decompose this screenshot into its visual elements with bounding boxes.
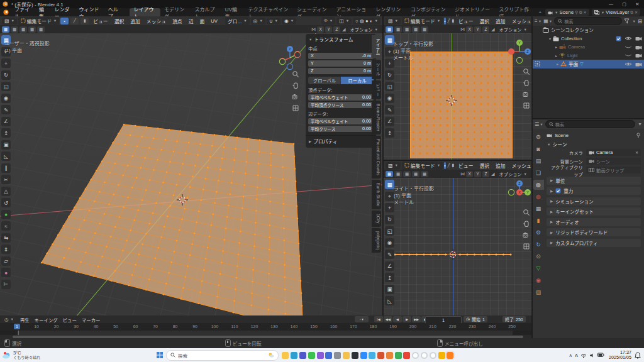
face-select-button[interactable]: ▮ — [80, 18, 89, 25]
viewport-menu-3[interactable]: メッシュ — [144, 18, 169, 25]
viewport-menu-1[interactable]: 選択 — [112, 18, 127, 25]
tool-annotate[interactable]: ✎ — [1, 105, 11, 114]
display-mode-icon[interactable]: ≡▼ — [535, 18, 541, 24]
eye-icon[interactable] — [625, 62, 632, 67]
frame-end-field[interactable]: 終了 250 — [502, 316, 526, 322]
camera-icon[interactable] — [635, 53, 642, 58]
workspace-tab-5[interactable]: シェーディング — [293, 8, 333, 16]
remove-viewlayer-icon[interactable]: ✕ — [635, 10, 638, 14]
tool-scale[interactable]: ◱ — [385, 82, 394, 91]
section-4[interactable]: ▶オーディオ — [547, 218, 641, 226]
disclosure-icon[interactable]: ▸ — [555, 45, 557, 49]
properties-tab-collection[interactable]: ▦ — [533, 204, 544, 214]
battery-icon[interactable] — [597, 353, 604, 358]
navigation-gizmo[interactable]: YZ — [507, 38, 531, 65]
camera-icon[interactable] — [635, 45, 642, 50]
tool-move[interactable]: + — [1, 58, 11, 68]
vertex-select-button[interactable]: ▪ — [444, 162, 445, 169]
workspace-tab-10[interactable]: スクリプト作成 — [495, 8, 535, 16]
tool-measure[interactable]: ∠ — [1, 117, 11, 126]
taskbar-icon-stocks[interactable] — [395, 352, 402, 359]
mode-selector[interactable]: 編集モード▼ — [402, 162, 443, 170]
playback-jump-start-button[interactable]: |◀ — [374, 316, 383, 322]
disclosure-icon[interactable]: ▸ — [557, 62, 558, 66]
taskbar-icon-profile-2[interactable] — [421, 352, 428, 359]
minimize-button[interactable]: — — [604, 0, 618, 8]
snap-target-icon[interactable]: ◢ — [342, 26, 346, 32]
median-x-field[interactable]: X-0 m — [308, 53, 374, 60]
new-viewlayer-icon[interactable]: ⧉ — [630, 10, 633, 15]
navigation-gizmo[interactable]: ZYX — [277, 44, 303, 72]
camera-icon[interactable] — [635, 36, 642, 41]
workspace-tab-8[interactable]: コンポジティング — [407, 8, 451, 16]
properties-tab-object[interactable]: ▮ — [533, 216, 544, 226]
viewport-menu-1[interactable]: 選択 — [477, 18, 492, 25]
taskbar-icon-profile-3[interactable] — [430, 352, 436, 359]
viewport-menu-2[interactable]: 追加 — [493, 162, 508, 169]
workspace-tab-4[interactable]: テクスチャペイント — [245, 8, 293, 16]
tool-rotate[interactable]: ↻ — [385, 70, 394, 80]
select-mode-extend[interactable]: ▦ — [394, 171, 402, 177]
checkbox-icon[interactable] — [616, 36, 621, 41]
editor-type-icon[interactable]: ▧▼ — [2, 18, 17, 25]
taskbar-icon-skype[interactable] — [369, 352, 375, 359]
properties-tab-physics[interactable]: ↻ — [533, 239, 544, 250]
workspace-tab-0[interactable]: レイアウト — [130, 8, 160, 16]
mode-selector[interactable]: 編集モード▼ — [402, 17, 443, 25]
viewport-menu-0[interactable]: ビュー — [91, 18, 110, 25]
vertex-data-field-0[interactable]: 平均ベベルウェイト0.00 — [308, 94, 374, 101]
outliner-row-3[interactable]: ▸Light — [533, 52, 644, 60]
playhead-frame-badge[interactable]: 1 — [14, 324, 20, 329]
face-select-button[interactable]: ▮ — [452, 162, 455, 169]
properties-tab-scene[interactable]: ◍ — [533, 180, 544, 190]
tool-options-dropdown[interactable]: オプション▼ — [497, 26, 530, 33]
camera-view-icon[interactable] — [523, 231, 530, 239]
viewport-menu-1[interactable]: 選択 — [477, 162, 492, 169]
timeline-menu-3[interactable]: マーカー — [79, 316, 103, 323]
taskbar-icon-chrome-profile[interactable] — [438, 352, 445, 359]
viewport-menu-2[interactable]: 追加 — [128, 18, 143, 25]
select-mode-invert[interactable]: ▦ — [412, 26, 419, 33]
n-panel-tab-4[interactable]: Procedural Crowds — [372, 136, 381, 178]
tool-smooth[interactable]: ≈ — [1, 221, 11, 231]
tool-shrink-flatten[interactable]: ⇕ — [1, 244, 11, 254]
mirror-x-toggle[interactable]: X — [317, 26, 324, 33]
transform-panel-header[interactable]: ▼ トランスフォーム — [308, 36, 374, 43]
select-mode-new[interactable]: ▦ — [386, 26, 393, 33]
tool-inset[interactable]: ▣ — [1, 140, 11, 150]
mirror-y-toggle[interactable]: Y — [325, 26, 332, 33]
tool-transform[interactable]: ◉ — [385, 94, 394, 103]
zoom-icon[interactable] — [292, 70, 299, 78]
select-mode-extend[interactable]: ▦ — [11, 26, 18, 33]
taskbar-search[interactable]: 検索 — [166, 350, 279, 361]
scene-panel-header[interactable]: ▼ シーン — [547, 141, 641, 148]
edge-select-button[interactable]: ╱ — [448, 162, 450, 169]
shading-mode-buttons[interactable]: ○ ◍ ● ◐▼ — [353, 18, 380, 25]
pivot-point-selector[interactable]: ◎▼ — [251, 18, 265, 25]
tool-annotate[interactable]: ✎ — [385, 105, 394, 114]
viewport-menu-3[interactable]: メッシュ — [509, 162, 531, 169]
field-input-2[interactable]: 動画クリップ — [586, 167, 641, 173]
tool-edge-slide[interactable]: ⇆ — [1, 233, 11, 243]
select-mode-intersect[interactable]: ▦ — [37, 26, 45, 33]
playhead-line[interactable] — [18, 331, 19, 335]
tool-measure[interactable]: ∠ — [385, 261, 394, 271]
ime-indicator[interactable]: A — [575, 353, 578, 358]
viewport-menu-7[interactable]: UV — [208, 18, 220, 24]
properties-tab-tool[interactable]: ⚙ — [533, 132, 544, 142]
workspace-tab-3[interactable]: UV編集 — [221, 8, 245, 16]
timeline-scrollbar[interactable] — [13, 336, 523, 338]
viewport-top-ortho[interactable]: ▧▼編集モード▼▪╱▮ビュー選択追加メッシュ頂点 ▦▦▦▦▦⋈XYZ◢オプション… — [384, 16, 531, 160]
select-mode-subtract[interactable]: ▦ — [403, 171, 411, 177]
section-2[interactable]: ▶シミュレーション — [547, 197, 641, 206]
properties-tab-world[interactable]: ◍ — [533, 192, 544, 202]
vertex-select-button[interactable]: ▪ — [60, 18, 69, 25]
scene-selector[interactable]: ▼ Scene ⚲ ⧉ ✕ — [545, 9, 589, 16]
global-button[interactable]: グローバル — [308, 77, 341, 84]
n-panel-tab-7[interactable]: polygoniq — [372, 228, 381, 253]
taskbar-icon-battery-widget[interactable] — [386, 352, 393, 359]
snap-target-icon[interactable]: ◢ — [491, 26, 495, 32]
taskbar-icon-line[interactable] — [308, 352, 315, 359]
select-mode-new[interactable]: ▦ — [2, 26, 9, 33]
n-panel-tab-2[interactable]: ビュー — [372, 80, 381, 99]
